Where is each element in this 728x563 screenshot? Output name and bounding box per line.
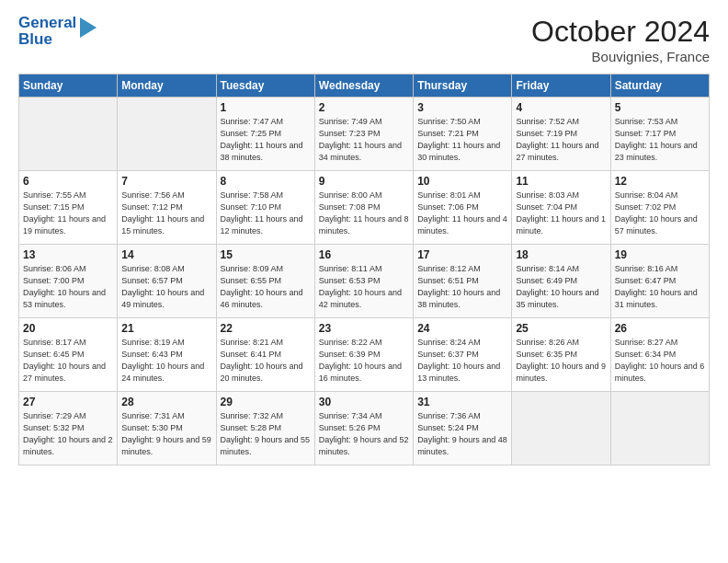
day-number: 28 bbox=[121, 396, 211, 408]
logo: General Blue bbox=[18, 15, 97, 48]
calendar-cell: 26Sunrise: 8:27 AM Sunset: 6:34 PM Dayli… bbox=[610, 318, 709, 392]
day-info: Sunrise: 8:11 AM Sunset: 6:53 PM Dayligh… bbox=[319, 263, 409, 311]
calendar-cell bbox=[610, 392, 709, 465]
calendar-cell: 6Sunrise: 7:55 AM Sunset: 7:15 PM Daylig… bbox=[19, 171, 118, 245]
title-block: October 2024 Bouvignies, France bbox=[531, 15, 710, 64]
day-number: 17 bbox=[417, 248, 507, 261]
day-info: Sunrise: 8:04 AM Sunset: 7:02 PM Dayligh… bbox=[615, 190, 705, 237]
calendar-cell: 14Sunrise: 8:08 AM Sunset: 6:57 PM Dayli… bbox=[118, 245, 216, 318]
day-info: Sunrise: 8:00 AM Sunset: 7:08 PM Dayligh… bbox=[319, 190, 409, 237]
day-info: Sunrise: 7:55 AM Sunset: 7:15 PM Dayligh… bbox=[23, 190, 113, 237]
week-row: 27Sunrise: 7:29 AM Sunset: 5:32 PM Dayli… bbox=[19, 392, 710, 465]
day-info: Sunrise: 7:34 AM Sunset: 5:26 PM Dayligh… bbox=[319, 410, 409, 458]
day-number: 6 bbox=[23, 175, 113, 188]
logo-arrow-icon bbox=[80, 17, 97, 38]
day-number: 29 bbox=[221, 396, 311, 408]
calendar-cell bbox=[19, 98, 118, 171]
day-number: 9 bbox=[319, 175, 409, 188]
header-day: Friday bbox=[512, 75, 610, 98]
calendar-cell: 7Sunrise: 7:56 AM Sunset: 7:12 PM Daylig… bbox=[118, 171, 216, 245]
calendar-cell: 11Sunrise: 8:03 AM Sunset: 7:04 PM Dayli… bbox=[512, 171, 610, 245]
day-number: 26 bbox=[615, 322, 705, 335]
day-number: 18 bbox=[516, 248, 606, 261]
day-number: 20 bbox=[23, 322, 113, 335]
calendar-cell bbox=[512, 392, 610, 465]
calendar-table: SundayMondayTuesdayWednesdayThursdayFrid… bbox=[18, 74, 710, 465]
calendar-cell: 5Sunrise: 7:53 AM Sunset: 7:17 PM Daylig… bbox=[610, 98, 709, 171]
calendar-cell: 1Sunrise: 7:47 AM Sunset: 7:25 PM Daylig… bbox=[216, 98, 314, 171]
day-info: Sunrise: 8:16 AM Sunset: 6:47 PM Dayligh… bbox=[615, 263, 705, 311]
day-info: Sunrise: 8:22 AM Sunset: 6:39 PM Dayligh… bbox=[319, 337, 409, 385]
calendar-cell: 13Sunrise: 8:06 AM Sunset: 7:00 PM Dayli… bbox=[19, 245, 118, 318]
day-info: Sunrise: 8:12 AM Sunset: 6:51 PM Dayligh… bbox=[417, 263, 507, 311]
day-info: Sunrise: 7:29 AM Sunset: 5:32 PM Dayligh… bbox=[23, 410, 113, 458]
calendar-cell: 18Sunrise: 8:14 AM Sunset: 6:49 PM Dayli… bbox=[512, 245, 610, 318]
day-number: 16 bbox=[319, 248, 409, 261]
header-day: Monday bbox=[118, 75, 216, 98]
day-info: Sunrise: 7:53 AM Sunset: 7:17 PM Dayligh… bbox=[615, 116, 705, 164]
week-row: 20Sunrise: 8:17 AM Sunset: 6:45 PM Dayli… bbox=[19, 318, 710, 392]
calendar-cell: 24Sunrise: 8:24 AM Sunset: 6:37 PM Dayli… bbox=[414, 318, 512, 392]
day-number: 30 bbox=[319, 396, 409, 408]
day-number: 31 bbox=[417, 396, 507, 408]
calendar-cell: 12Sunrise: 8:04 AM Sunset: 7:02 PM Dayli… bbox=[610, 171, 709, 245]
calendar-cell bbox=[118, 98, 216, 171]
calendar-cell: 8Sunrise: 7:58 AM Sunset: 7:10 PM Daylig… bbox=[216, 171, 314, 245]
day-number: 5 bbox=[615, 101, 705, 114]
day-number: 22 bbox=[221, 322, 311, 335]
day-info: Sunrise: 7:49 AM Sunset: 7:23 PM Dayligh… bbox=[319, 116, 409, 164]
week-row: 6Sunrise: 7:55 AM Sunset: 7:15 PM Daylig… bbox=[19, 171, 710, 245]
page: General Blue October 2024 Bouvignies, Fr… bbox=[0, 0, 728, 563]
logo-general: General bbox=[18, 15, 76, 31]
day-number: 15 bbox=[221, 248, 311, 261]
day-info: Sunrise: 8:24 AM Sunset: 6:37 PM Dayligh… bbox=[417, 337, 507, 385]
calendar-cell: 28Sunrise: 7:31 AM Sunset: 5:30 PM Dayli… bbox=[118, 392, 216, 465]
location: Bouvignies, France bbox=[531, 49, 710, 64]
header-day: Sunday bbox=[19, 75, 118, 98]
day-number: 14 bbox=[121, 248, 211, 261]
calendar-cell: 27Sunrise: 7:29 AM Sunset: 5:32 PM Dayli… bbox=[19, 392, 118, 465]
day-number: 12 bbox=[615, 175, 705, 188]
day-number: 19 bbox=[615, 248, 705, 261]
header-day: Wednesday bbox=[314, 75, 413, 98]
day-number: 23 bbox=[319, 322, 409, 335]
day-number: 8 bbox=[221, 175, 311, 188]
calendar-cell: 23Sunrise: 8:22 AM Sunset: 6:39 PM Dayli… bbox=[314, 318, 413, 392]
header: General Blue October 2024 Bouvignies, Fr… bbox=[18, 15, 710, 64]
day-info: Sunrise: 7:56 AM Sunset: 7:12 PM Dayligh… bbox=[121, 190, 211, 237]
day-info: Sunrise: 7:32 AM Sunset: 5:28 PM Dayligh… bbox=[221, 410, 311, 458]
calendar-cell: 4Sunrise: 7:52 AM Sunset: 7:19 PM Daylig… bbox=[512, 98, 610, 171]
calendar-cell: 9Sunrise: 8:00 AM Sunset: 7:08 PM Daylig… bbox=[314, 171, 413, 245]
calendar-cell: 10Sunrise: 8:01 AM Sunset: 7:06 PM Dayli… bbox=[414, 171, 512, 245]
day-number: 27 bbox=[23, 396, 113, 408]
month-title: October 2024 bbox=[531, 15, 710, 49]
day-info: Sunrise: 7:52 AM Sunset: 7:19 PM Dayligh… bbox=[516, 116, 606, 164]
day-number: 4 bbox=[516, 101, 606, 114]
calendar-cell: 20Sunrise: 8:17 AM Sunset: 6:45 PM Dayli… bbox=[19, 318, 118, 392]
day-info: Sunrise: 8:09 AM Sunset: 6:55 PM Dayligh… bbox=[221, 263, 311, 311]
calendar-cell: 2Sunrise: 7:49 AM Sunset: 7:23 PM Daylig… bbox=[314, 98, 413, 171]
day-number: 10 bbox=[417, 175, 507, 188]
day-info: Sunrise: 8:08 AM Sunset: 6:57 PM Dayligh… bbox=[121, 263, 211, 311]
calendar-cell: 30Sunrise: 7:34 AM Sunset: 5:26 PM Dayli… bbox=[314, 392, 413, 465]
day-number: 25 bbox=[516, 322, 606, 335]
day-info: Sunrise: 7:58 AM Sunset: 7:10 PM Dayligh… bbox=[221, 190, 311, 237]
day-number: 13 bbox=[23, 248, 113, 261]
calendar-cell: 15Sunrise: 8:09 AM Sunset: 6:55 PM Dayli… bbox=[216, 245, 314, 318]
day-number: 3 bbox=[417, 101, 507, 114]
logo-blue: Blue bbox=[18, 31, 76, 48]
calendar-cell: 17Sunrise: 8:12 AM Sunset: 6:51 PM Dayli… bbox=[414, 245, 512, 318]
day-info: Sunrise: 7:47 AM Sunset: 7:25 PM Dayligh… bbox=[221, 116, 311, 164]
day-info: Sunrise: 7:31 AM Sunset: 5:30 PM Dayligh… bbox=[121, 410, 211, 458]
day-number: 11 bbox=[516, 175, 606, 188]
day-info: Sunrise: 8:03 AM Sunset: 7:04 PM Dayligh… bbox=[516, 190, 606, 237]
header-day: Saturday bbox=[610, 75, 709, 98]
day-info: Sunrise: 8:14 AM Sunset: 6:49 PM Dayligh… bbox=[516, 263, 606, 311]
header-day: Thursday bbox=[414, 75, 512, 98]
day-info: Sunrise: 8:17 AM Sunset: 6:45 PM Dayligh… bbox=[23, 337, 113, 385]
calendar-cell: 3Sunrise: 7:50 AM Sunset: 7:21 PM Daylig… bbox=[414, 98, 512, 171]
calendar-cell: 16Sunrise: 8:11 AM Sunset: 6:53 PM Dayli… bbox=[314, 245, 413, 318]
day-info: Sunrise: 8:01 AM Sunset: 7:06 PM Dayligh… bbox=[417, 190, 507, 237]
calendar-cell: 31Sunrise: 7:36 AM Sunset: 5:24 PM Dayli… bbox=[414, 392, 512, 465]
day-number: 24 bbox=[417, 322, 507, 335]
